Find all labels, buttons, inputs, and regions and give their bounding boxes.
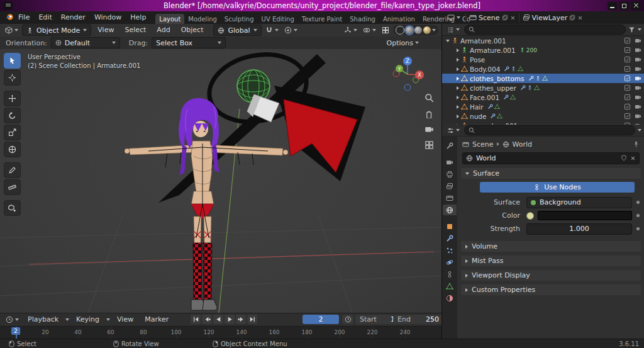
hide-viewport-icon[interactable]: [624, 37, 631, 44]
hide-viewport-icon[interactable]: [624, 56, 631, 63]
menu-viewport-object[interactable]: Object: [177, 24, 208, 36]
minimize-button[interactable]: [608, 2, 617, 10]
proportional-editing-toggle[interactable]: [282, 25, 299, 35]
frame-end-field[interactable]: End250: [393, 315, 443, 324]
unlink-icon[interactable]: [630, 155, 636, 161]
menu-playback[interactable]: Playback: [23, 313, 63, 326]
snap-toggle[interactable]: [264, 25, 280, 35]
window-menu-icon[interactable]: [4, 2, 13, 9]
hide-render-icon[interactable]: [635, 103, 641, 110]
viewport-canvas[interactable]: User Perspective (2) Scene Collection | …: [0, 49, 441, 313]
tab-world[interactable]: [443, 205, 457, 215]
viewlayer-new-icon[interactable]: [569, 14, 575, 21]
hide-render-icon[interactable]: [635, 56, 641, 63]
tab-scene[interactable]: [443, 193, 457, 203]
hide-render-icon[interactable]: [635, 94, 641, 101]
fake-user-shield-icon[interactable]: [621, 155, 627, 161]
hide-render-icon[interactable]: [635, 47, 641, 53]
surface-section-header[interactable]: Surface: [461, 168, 641, 179]
world-name-field[interactable]: World: [462, 152, 640, 164]
menu-edit[interactable]: Edit: [34, 11, 56, 24]
menu-help[interactable]: Help: [126, 11, 150, 24]
hide-viewport-icon[interactable]: [624, 103, 631, 110]
menu-viewport-add[interactable]: Add: [152, 24, 174, 36]
properties-filter-dropdown[interactable]: [638, 129, 641, 132]
menu-timeline-view[interactable]: View: [113, 313, 138, 326]
world-color-swatch[interactable]: [538, 211, 632, 220]
tool-scale[interactable]: [4, 125, 21, 140]
animate-color-dot[interactable]: [636, 214, 640, 217]
tab-constraints[interactable]: [443, 269, 457, 279]
jump-next-keyframe-button[interactable]: [236, 315, 246, 324]
shading-rendered-button[interactable]: [423, 26, 431, 34]
hide-render-icon[interactable]: [635, 65, 641, 72]
jump-to-end-button[interactable]: [247, 315, 257, 324]
tool-move[interactable]: [4, 91, 21, 106]
volume-section-header[interactable]: Volume: [461, 241, 641, 252]
hide-viewport-icon[interactable]: [624, 65, 631, 72]
jump-to-start-button[interactable]: [191, 315, 201, 324]
pan-hand-icon[interactable]: [425, 109, 434, 118]
xray-toggle[interactable]: [380, 25, 391, 35]
tab-modifiers[interactable]: [443, 233, 457, 244]
maximize-button[interactable]: [619, 2, 629, 10]
tab-object-data[interactable]: [443, 281, 457, 291]
shading-wireframe-button[interactable]: [396, 26, 404, 35]
close-button[interactable]: [631, 2, 641, 10]
breadcrumb-world[interactable]: World: [513, 140, 533, 149]
timeline-editor-type-button[interactable]: [4, 315, 21, 325]
outliner-row-body[interactable]: Body.004: [442, 64, 644, 74]
workspace-tab-shading[interactable]: Shading: [346, 14, 379, 24]
custom-properties-section-header[interactable]: Custom Properties: [461, 284, 641, 295]
menu-keying[interactable]: Keying: [72, 313, 104, 326]
tool-rotate[interactable]: [4, 108, 21, 123]
use-nodes-button[interactable]: Use Nodes: [480, 182, 635, 193]
workspace-tab-sculpting[interactable]: Sculpting: [221, 14, 258, 24]
tool-transform[interactable]: [4, 142, 21, 157]
outliner-row-armature-collection[interactable]: Armature.001: [442, 36, 644, 45]
tab-physics[interactable]: [443, 257, 457, 267]
outliner-row-clothes-upper[interactable]: clothes_upper: [442, 83, 644, 93]
tool-measure[interactable]: [4, 179, 21, 195]
scene-selector[interactable]: Scene: [479, 14, 500, 22]
menu-render[interactable]: Render: [57, 11, 90, 24]
menu-viewport-select[interactable]: Select: [120, 24, 150, 36]
pin-icon[interactable]: [633, 141, 640, 148]
play-reverse-button[interactable]: [213, 315, 223, 324]
playhead-frame-badge[interactable]: 2: [11, 327, 20, 335]
surface-shader-dropdown[interactable]: Background: [526, 197, 632, 208]
breadcrumb-scene[interactable]: Scene: [472, 140, 494, 149]
hide-render-icon[interactable]: [635, 84, 641, 91]
outliner-search-input[interactable]: [464, 25, 626, 35]
outliner-row-nude[interactable]: nude: [442, 111, 644, 121]
drag-value-dropdown[interactable]: Select Box: [152, 37, 226, 48]
menu-marker[interactable]: Marker: [140, 313, 173, 326]
filter-icon[interactable]: [628, 26, 635, 33]
hide-render-icon[interactable]: [635, 113, 641, 120]
camera-view-icon[interactable]: [425, 125, 434, 134]
tool-add-cube[interactable]: [4, 200, 21, 216]
jump-prev-keyframe-button[interactable]: [202, 315, 212, 324]
viewlayer-selector[interactable]: ViewLayer: [532, 14, 568, 22]
screen-layout-dropdown[interactable]: [445, 13, 462, 23]
tool-cursor[interactable]: [4, 70, 21, 86]
menu-file[interactable]: File: [14, 11, 34, 24]
shading-material-button[interactable]: [414, 26, 422, 34]
tool-annotate[interactable]: [4, 162, 21, 178]
shading-solid-button[interactable]: [406, 26, 413, 34]
tab-particles[interactable]: [443, 245, 457, 255]
navigation-gizmo[interactable]: Z X Y: [390, 55, 425, 91]
animate-strength-dot[interactable]: [636, 227, 640, 230]
hide-viewport-icon[interactable]: [624, 94, 631, 101]
tab-output[interactable]: [443, 169, 457, 179]
properties-editor-type-button[interactable]: [445, 125, 462, 135]
shading-dropdown[interactable]: [432, 29, 436, 31]
zoom-icon[interactable]: [425, 93, 434, 103]
overlays-dropdown[interactable]: [361, 25, 378, 35]
hide-viewport-icon[interactable]: [624, 84, 631, 91]
ortho-grid-icon[interactable]: [425, 140, 434, 150]
editor-type-button[interactable]: [3, 25, 20, 35]
workspace-tab-layout[interactable]: Layout: [155, 14, 184, 24]
outliner-row-pose[interactable]: Pose: [442, 55, 644, 64]
use-preview-range-button[interactable]: [342, 315, 353, 324]
